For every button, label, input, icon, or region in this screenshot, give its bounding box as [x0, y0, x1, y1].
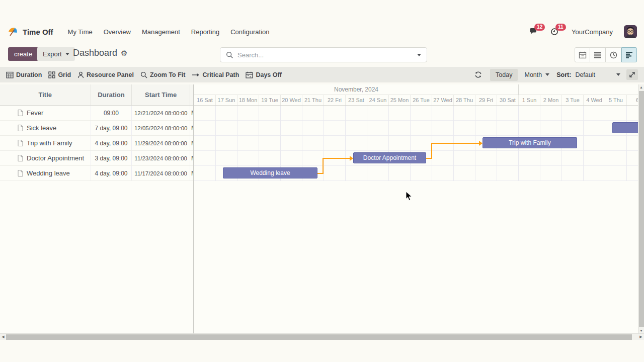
task-duration-cell: 7 day, 09:00	[91, 121, 132, 135]
task-title-cell: Fever	[0, 106, 91, 120]
gear-icon[interactable]: ⚙	[121, 49, 127, 58]
doc-icon	[18, 170, 23, 176]
chevron-down-icon	[545, 73, 549, 76]
day-scale-cell: 1 Sun	[519, 95, 540, 105]
nav-menu-overview[interactable]: Overview	[104, 28, 131, 36]
gantt-bar-trip-with-family[interactable]: Trip with Family	[482, 137, 577, 148]
task-row-trip-with-family[interactable]: Trip with Family4 day, 09:0011/29/2024 0…	[0, 136, 193, 151]
view-switch-calendar[interactable]	[575, 47, 590, 62]
timeline-chart-area: Sick leaveTrip with FamilyDoctor Appoint…	[194, 106, 638, 181]
days-off-button[interactable]: Days Off	[246, 71, 281, 78]
task-row-sick-leave[interactable]: Sick leave7 day, 09:0012/05/2024 08:00:0…	[0, 121, 193, 136]
person-icon	[77, 71, 84, 78]
view-switch-gantt[interactable]	[621, 47, 637, 62]
nav-menu-bar: My TimeOverviewManagementReportingConfig…	[62, 28, 275, 36]
day-scale-cell: 25 Mon	[389, 95, 411, 105]
task-title-cell: Sick leave	[0, 121, 91, 135]
day-scale-cell: 4 Wed	[584, 95, 605, 105]
nav-menu-management[interactable]: Management	[142, 28, 180, 36]
task-row-doctor-appointment[interactable]: Doctor Appointment3 day, 09:0011/23/2024…	[0, 151, 193, 166]
grid-header-row: TitleDurationStart Time	[0, 84, 193, 106]
search-icon	[226, 51, 233, 59]
export-button-label: Export	[43, 50, 62, 58]
gantt-toolbar: DurationGridResource PanelZoom To FitCri…	[0, 67, 644, 82]
scroll-up-arrow[interactable]: ▲	[638, 85, 644, 89]
create-button[interactable]: create	[8, 47, 38, 61]
day-scale-cell: 5 Thu	[605, 95, 627, 105]
search-input[interactable]	[237, 51, 413, 59]
scroll-left-arrow[interactable]: ◀	[0, 334, 6, 340]
day-scale-cell: 30 Sat	[497, 95, 519, 105]
search-box	[220, 47, 427, 62]
nav-menu-my-time[interactable]: My Time	[68, 28, 93, 36]
day-scale-cell: 22 Fri	[324, 95, 346, 105]
day-scale-cell: 6	[627, 95, 638, 105]
critical-path-icon	[192, 72, 200, 77]
day-scale-cell: 16 Sat	[194, 95, 216, 105]
gantt-link-segment	[323, 158, 324, 174]
resource-panel-button[interactable]: Resource Panel	[77, 71, 134, 78]
critical-path-button[interactable]: Critical Path	[192, 71, 239, 78]
task-title-cell: Doctor Appointment	[0, 151, 91, 165]
task-title-text: Doctor Appointment	[27, 154, 84, 162]
view-switch-activity[interactable]	[606, 47, 621, 62]
view-switch-list[interactable]	[590, 47, 606, 62]
task-overflow-cell: M	[190, 106, 193, 120]
critical-path-button-label: Critical Path	[202, 71, 239, 78]
range-select[interactable]: Month	[524, 71, 549, 78]
gantt-view: TitleDurationStart Time Fever09:0012/21/…	[0, 84, 644, 333]
resource-panel-button-label: Resource Panel	[87, 71, 134, 78]
expand-icon[interactable]	[626, 69, 638, 80]
gantt-link-segment	[431, 143, 432, 159]
vertical-scrollbar-thumb[interactable]	[639, 91, 644, 327]
sort-select-value[interactable]: Default	[575, 71, 595, 78]
refresh-icon[interactable]	[474, 71, 482, 78]
chevron-down-icon	[65, 53, 69, 55]
today-button[interactable]: Today	[490, 69, 518, 81]
scroll-down-arrow[interactable]: ▼	[638, 329, 644, 332]
gantt-view-icon	[625, 51, 633, 58]
grid-button[interactable]: Grid	[48, 71, 71, 78]
task-duration-cell: 4 day, 09:00	[91, 166, 132, 180]
gantt-bar-sick-leave[interactable]: Sick leave	[612, 122, 638, 133]
grid-header-duration[interactable]: Duration	[91, 84, 132, 105]
day-scale-cell: 27 Wed	[432, 95, 454, 105]
day-scale-cell: 29 Fri	[475, 95, 497, 105]
messages-button[interactable]: 12	[529, 28, 539, 36]
month-scale-cell: November, 2024	[194, 84, 519, 95]
zoom-to-fit-button[interactable]: Zoom To Fit	[140, 71, 186, 78]
gantt-bar-doctor-appointment[interactable]: Doctor Appointment	[353, 152, 426, 163]
nav-menu-reporting[interactable]: Reporting	[191, 28, 219, 36]
sort-chevron-icon[interactable]	[616, 73, 620, 76]
grid-header-title[interactable]: Title	[0, 84, 91, 105]
search-options-chevron-icon[interactable]	[417, 54, 421, 56]
page-title: Dashboard	[73, 48, 117, 58]
gantt-link-segment	[323, 158, 350, 159]
duration-button[interactable]: Duration	[6, 71, 42, 78]
doc-icon	[18, 140, 23, 146]
grid-icon	[48, 71, 55, 78]
company-name[interactable]: YourCompany	[572, 28, 613, 36]
time-off-umbrella-icon	[7, 26, 19, 38]
gantt-bar-wedding-leave[interactable]: Wedding leave	[223, 167, 317, 178]
doc-icon	[18, 110, 23, 116]
scroll-right-arrow[interactable]: ▶	[638, 334, 644, 340]
task-row-fever[interactable]: Fever09:0012/21/2024 08:00:00M	[0, 106, 193, 121]
export-button[interactable]: Export	[37, 47, 75, 61]
activities-button[interactable]: 11	[550, 28, 560, 36]
app-brand[interactable]: Time Off	[7, 26, 53, 38]
user-avatar[interactable]	[624, 25, 637, 38]
grid-button-label: Grid	[58, 71, 71, 78]
vertical-scrollbar[interactable]: ▲ ▼	[638, 84, 644, 333]
horizontal-scrollbar[interactable]: ◀ ▶	[0, 333, 644, 340]
gantt-bar-label: Trip with Family	[509, 139, 551, 146]
task-start-cell: 12/05/2024 08:00:00	[132, 121, 190, 135]
task-row-wedding-leave[interactable]: Wedding leave4 day, 09:0011/17/2024 08:0…	[0, 166, 193, 181]
task-overflow-cell: M	[190, 151, 193, 165]
magnifier-icon	[140, 71, 147, 78]
task-title-cell: Trip with Family	[0, 136, 91, 150]
grid-header-start-time[interactable]: Start Time	[132, 84, 190, 105]
nav-menu-configuration[interactable]: Configuration	[230, 28, 269, 36]
horizontal-scrollbar-thumb[interactable]	[6, 334, 632, 340]
task-overflow-cell: M	[190, 166, 193, 180]
